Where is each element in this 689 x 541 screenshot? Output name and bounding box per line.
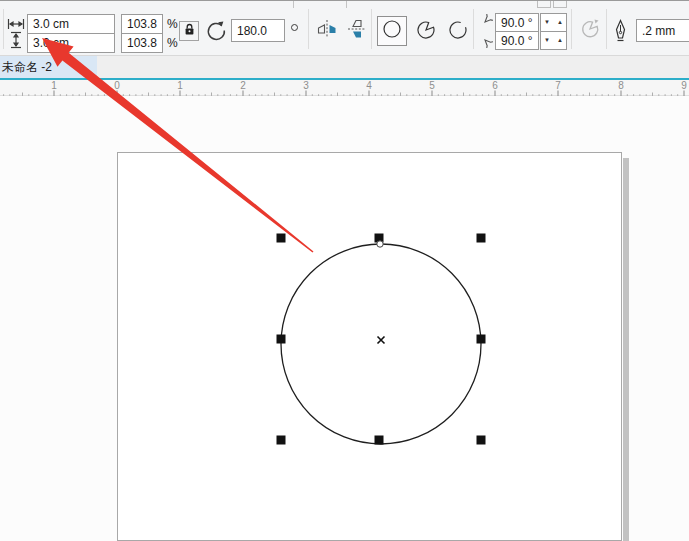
property-bar: 3.0 cm 3.0 cm 103.8 103.8 % % 180.0 (0, 0, 689, 56)
mirror-horizontal-icon (315, 17, 339, 45)
ellipse-mode-button[interactable] (377, 16, 407, 46)
lock-icon (184, 22, 195, 40)
ellipse-icon (382, 19, 402, 43)
svg-text:1: 1 (51, 80, 57, 91)
svg-text:0: 0 (114, 80, 120, 91)
end-angle-spinner[interactable]: ▼ ▲ (540, 31, 567, 50)
svg-text:6: 6 (492, 80, 498, 91)
arc-icon (448, 19, 468, 43)
mirror-vertical-button[interactable] (344, 19, 370, 43)
change-direction-icon (579, 18, 601, 44)
outline-width-field[interactable]: .2 mm (636, 19, 689, 42)
start-angle-spinner[interactable]: ▼ ▲ (540, 13, 567, 32)
scale-x-field[interactable]: 103.8 (121, 14, 163, 34)
scale-y-percent-label: % (167, 36, 178, 50)
spinner-down-icon[interactable]: ▼ (544, 37, 550, 44)
rotation-angle-field[interactable]: 180.0 (231, 19, 285, 42)
page-shadow (623, 158, 629, 541)
end-angle-field[interactable]: 90.0 ° (495, 31, 539, 50)
horizontal-ruler: 10123456789 (0, 80, 689, 96)
arc-mode-button[interactable] (443, 16, 473, 46)
end-angle-icon (477, 32, 493, 52)
pen-nib-icon (612, 18, 629, 48)
change-direction-button[interactable] (577, 19, 603, 43)
start-angle-icon (477, 14, 493, 34)
svg-text:2: 2 (240, 80, 246, 91)
toolbar-remnant (553, 1, 567, 8)
object-width-field[interactable]: 3.0 cm (27, 14, 115, 34)
svg-text:1: 1 (177, 80, 183, 91)
document-tab-bar: 未命名 -2 (0, 56, 689, 78)
document-tab-active[interactable]: 未命名 -2 (0, 56, 97, 78)
svg-text:8: 8 (618, 80, 624, 91)
scale-y-field[interactable]: 103.8 (121, 33, 163, 53)
document-page (117, 152, 622, 541)
object-height-field[interactable]: 3.0 cm (27, 33, 115, 53)
spinner-up-icon[interactable]: ▲ (557, 19, 563, 26)
svg-text:7: 7 (555, 80, 561, 91)
vertical-size-icon (10, 31, 22, 53)
rotate-ccw-icon (205, 20, 228, 47)
svg-text:5: 5 (429, 80, 435, 91)
toolbar-remnant (537, 1, 551, 8)
svg-text:4: 4 (366, 80, 372, 91)
degree-circle-icon (291, 24, 298, 31)
toolbar-remnant (346, 1, 347, 8)
mirror-vertical-icon (345, 17, 369, 45)
mirror-horizontal-button[interactable] (314, 19, 340, 43)
pie-mode-button[interactable] (411, 16, 441, 46)
spinner-up-icon[interactable]: ▲ (557, 37, 563, 44)
svg-text:3: 3 (303, 80, 309, 91)
scale-x-percent-label: % (167, 17, 178, 31)
svg-text:9: 9 (681, 80, 687, 91)
spinner-down-icon[interactable]: ▼ (544, 19, 550, 26)
start-angle-field[interactable]: 90.0 ° (495, 13, 539, 32)
toolbar-remnant (293, 1, 294, 8)
lock-ratio-button[interactable] (179, 21, 199, 41)
pie-icon (416, 19, 436, 43)
